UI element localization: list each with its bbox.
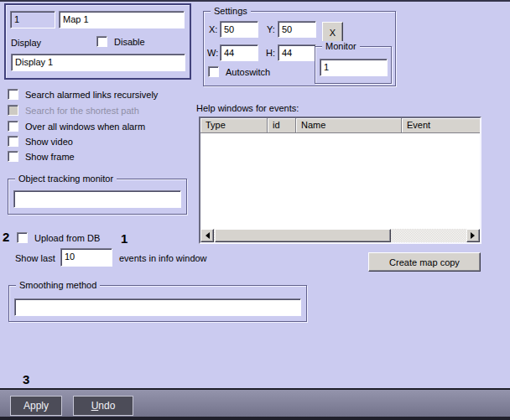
- option-checkbox-box[interactable]: [8, 89, 18, 100]
- scroll-right-button[interactable]: [466, 229, 480, 242]
- autoswitch-checkbox-label: Autoswitch: [226, 67, 270, 77]
- autoswitch-checkbox-box[interactable]: [208, 66, 219, 77]
- option-checkbox-box[interactable]: [8, 121, 18, 132]
- scroll-left-icon: [202, 232, 210, 239]
- show-last-input[interactable]: 10: [60, 248, 112, 267]
- option-search-shortest-path: Search for the shortest path: [8, 105, 139, 116]
- disable-checkbox[interactable]: Disable: [96, 36, 145, 47]
- scroll-left-button[interactable]: [200, 229, 214, 242]
- y-label: Y:: [267, 24, 275, 35]
- window-top-edge: [0, 0, 510, 2]
- upload-from-db-label: Upload from DB: [34, 233, 100, 243]
- h-field[interactable]: 44: [278, 44, 316, 61]
- w-label: W:: [207, 48, 218, 59]
- display-label: Display: [11, 38, 41, 49]
- option-checkbox-box[interactable]: [8, 136, 18, 147]
- help-table-label: Help windows for events:: [196, 103, 299, 114]
- apply-button-label: Apply: [23, 400, 49, 412]
- settings-group: Settings X: 50 Y: 50 W: 44 H: 44 X Monit…: [203, 11, 396, 86]
- map-id-field[interactable]: 1: [10, 11, 55, 29]
- map-settings-dialog: 1 Map 1 Display Disable Display 1 Settin…: [0, 0, 510, 420]
- option-label: Search alarmed links recursively: [25, 90, 158, 100]
- annotation-number-2: 2: [3, 231, 9, 243]
- apply-button[interactable]: Apply: [10, 396, 62, 416]
- h-label: H:: [266, 48, 275, 59]
- bottom-button-bar: Apply Undo: [0, 388, 510, 417]
- option-show-video[interactable]: Show video: [8, 136, 73, 147]
- object-tracking-combobox[interactable]: [13, 190, 181, 208]
- option-label: Over all windows when alarm: [25, 122, 145, 132]
- show-last-label: Show last: [15, 253, 55, 264]
- create-map-copy-button[interactable]: Create map copy: [368, 252, 481, 272]
- close-x-button[interactable]: X: [322, 22, 343, 43]
- smoothing-group: Smoothing method: [8, 285, 307, 322]
- smoothing-combobox[interactable]: [14, 298, 301, 316]
- option-over-all-windows[interactable]: Over all windows when alarm: [8, 121, 145, 132]
- disable-checkbox-box[interactable]: [96, 36, 107, 47]
- option-label: Search for the shortest path: [25, 106, 139, 116]
- y-field[interactable]: 50: [278, 21, 316, 38]
- option-label: Show frame: [25, 152, 75, 162]
- monitor-group: Monitor 1: [315, 46, 392, 84]
- disable-checkbox-label: Disable: [114, 37, 145, 47]
- annotation-number-1: 1: [121, 232, 128, 245]
- display-combobox[interactable]: Display 1: [11, 54, 185, 71]
- autoswitch-checkbox[interactable]: Autoswitch: [208, 66, 270, 77]
- annotation-number-3: 3: [23, 373, 29, 386]
- scrollbar-thumb[interactable]: [215, 229, 391, 242]
- horizontal-scrollbar[interactable]: [200, 229, 480, 242]
- option-label: Show video: [25, 137, 73, 147]
- show-last-suffix-label: events in info window: [119, 253, 207, 264]
- column-header-name[interactable]: Name: [296, 118, 402, 133]
- undo-button[interactable]: Undo: [73, 396, 133, 416]
- window-bottom-edge: [0, 417, 510, 420]
- upload-from-db-checkbox-box[interactable]: [17, 232, 28, 243]
- object-tracking-caption: Object tracking monitor: [15, 174, 117, 184]
- settings-caption: Settings: [211, 6, 251, 17]
- option-search-alarmed-links[interactable]: Search alarmed links recursively: [8, 89, 158, 100]
- undo-button-label-rest: ndo: [98, 400, 115, 412]
- column-header-id[interactable]: id: [268, 118, 296, 133]
- w-field[interactable]: 44: [220, 44, 258, 61]
- smoothing-caption: Smoothing method: [16, 280, 100, 291]
- undo-button-initial: U: [91, 400, 99, 412]
- upload-from-db-checkbox[interactable]: Upload from DB: [17, 232, 100, 243]
- column-header-type[interactable]: Type: [200, 118, 268, 133]
- column-header-event[interactable]: Event: [402, 118, 480, 133]
- option-checkbox-box[interactable]: [8, 151, 18, 162]
- option-show-frame[interactable]: Show frame: [8, 151, 75, 162]
- map-name-field[interactable]: Map 1: [59, 11, 185, 29]
- x-field[interactable]: 50: [220, 21, 258, 38]
- help-events-table[interactable]: Type id Name Event: [199, 117, 481, 244]
- x-label: X:: [209, 24, 217, 35]
- option-checkbox-box: [8, 105, 18, 116]
- monitor-combobox[interactable]: 1: [320, 59, 388, 76]
- scroll-right-icon: [471, 232, 478, 239]
- map-identity-group: 1 Map 1 Display Disable Display 1: [4, 3, 191, 80]
- monitor-caption: Monitor: [322, 41, 360, 52]
- object-tracking-group: Object tracking monitor: [8, 179, 187, 215]
